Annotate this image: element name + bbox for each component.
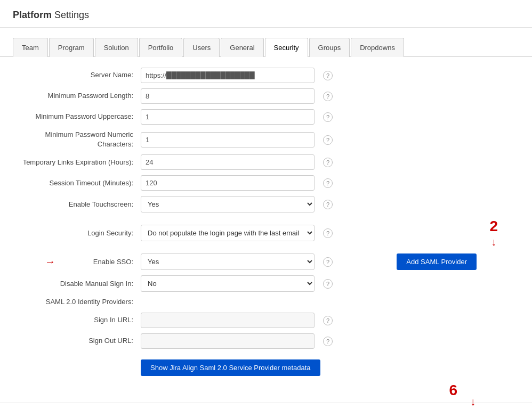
main-content: Server Name: ? Minimum Password Length: … bbox=[0, 57, 532, 397]
disable-manual-signin-help[interactable]: ? bbox=[323, 279, 333, 289]
enable-sso-select[interactable]: Yes No bbox=[141, 253, 315, 270]
tab-solution[interactable]: Solution bbox=[95, 38, 138, 57]
min-password-uppercase-input[interactable] bbox=[141, 109, 315, 125]
server-name-label: Server Name: bbox=[13, 70, 141, 80]
min-password-length-input[interactable] bbox=[141, 88, 315, 104]
tab-team[interactable]: Team bbox=[13, 38, 48, 57]
tab-program[interactable]: Program bbox=[49, 38, 94, 57]
arrow-down-2: ↓ bbox=[489, 236, 498, 248]
min-password-numeric-input-wrap bbox=[141, 132, 315, 148]
annotation-6: 6 bbox=[449, 382, 457, 399]
server-name-help[interactable]: ? bbox=[323, 70, 333, 80]
login-security-label: Login Security: bbox=[13, 228, 141, 238]
min-password-length-row: Minimum Password Length: ? bbox=[13, 88, 519, 104]
temp-links-help[interactable]: ? bbox=[323, 157, 333, 167]
temp-links-input-wrap bbox=[141, 154, 315, 170]
disable-manual-signin-row: Disable Manual Sign In: No Yes ? bbox=[13, 275, 519, 292]
arrow-5: → bbox=[45, 256, 55, 268]
enable-touchscreen-row: Enable Touchscreen: Yes No ? bbox=[13, 196, 519, 212]
min-password-uppercase-row: Minimum Password Uppercase: ? bbox=[13, 109, 519, 125]
min-password-length-input-wrap bbox=[141, 88, 315, 104]
min-password-numeric-input[interactable] bbox=[141, 132, 315, 148]
show-jira-button[interactable]: Show Jira Align Saml 2.0 Service Provide… bbox=[141, 359, 320, 376]
session-timeout-input[interactable] bbox=[141, 175, 315, 191]
server-name-row: Server Name: ? bbox=[13, 68, 519, 83]
login-security-help[interactable]: ? bbox=[323, 228, 333, 238]
session-timeout-input-wrap bbox=[141, 175, 315, 191]
temp-links-input[interactable] bbox=[141, 154, 315, 170]
tab-security[interactable]: Security bbox=[265, 38, 308, 57]
enable-sso-select-wrap: Yes No bbox=[141, 253, 315, 270]
enable-sso-help[interactable]: ? bbox=[323, 257, 333, 267]
min-password-length-label: Minimum Password Length: bbox=[13, 91, 141, 101]
tab-portfolio[interactable]: Portfolio bbox=[139, 38, 183, 57]
tab-general[interactable]: General bbox=[221, 38, 263, 57]
enable-touchscreen-help[interactable]: ? bbox=[323, 199, 333, 209]
tab-dropdowns[interactable]: Dropdowns bbox=[351, 38, 404, 57]
enable-touchscreen-select-wrap: Yes No bbox=[141, 196, 315, 212]
sign-out-url-label: Sign Out URL: bbox=[13, 336, 141, 346]
sign-in-url-input[interactable] bbox=[141, 313, 315, 328]
sign-in-url-input-wrap bbox=[141, 313, 315, 328]
sign-in-url-label: Sign In URL: bbox=[13, 315, 141, 325]
arrow-6: ↓ bbox=[470, 396, 475, 408]
tabs-bar: Team Program Solution Portfolio Users Ge… bbox=[0, 37, 532, 57]
temp-links-row: Temporary Links Expiration (Hours): ? bbox=[13, 154, 519, 170]
tab-groups[interactable]: Groups bbox=[309, 38, 350, 57]
sign-out-url-input-wrap bbox=[141, 333, 315, 349]
login-security-select[interactable]: Do not populate the login page with the … bbox=[141, 225, 315, 241]
sign-out-url-row: Sign Out URL: ? bbox=[13, 333, 519, 349]
session-timeout-row: Session Timeout (Minutes): ? bbox=[13, 175, 519, 191]
add-saml-button[interactable]: Add SAML Provider bbox=[397, 253, 477, 270]
server-name-input-wrap bbox=[141, 68, 315, 83]
sign-out-url-help[interactable]: ? bbox=[323, 336, 333, 346]
min-password-uppercase-help[interactable]: ? bbox=[323, 112, 333, 122]
footer-bar: 6 ↓ Portfolio Specific Configuration Sav… bbox=[0, 403, 532, 409]
disable-manual-signin-select[interactable]: No Yes bbox=[141, 275, 315, 292]
sign-in-url-help[interactable]: ? bbox=[323, 315, 333, 325]
session-timeout-label: Session Timeout (Minutes): bbox=[13, 178, 141, 188]
sign-out-url-input[interactable] bbox=[141, 333, 315, 349]
login-security-row: 5 Login Security: Do not populate the lo… bbox=[13, 218, 519, 248]
min-password-numeric-help[interactable]: ? bbox=[323, 135, 333, 145]
server-name-input[interactable] bbox=[141, 68, 315, 83]
page-title: Platform Settings bbox=[13, 10, 519, 21]
enable-touchscreen-select[interactable]: Yes No bbox=[141, 196, 315, 212]
enable-touchscreen-label: Enable Touchscreen: bbox=[13, 200, 141, 209]
min-password-uppercase-label: Minimum Password Uppercase: bbox=[13, 112, 141, 121]
min-password-numeric-row: Minimum Password Numeric Characters: ? bbox=[13, 130, 519, 149]
saml-providers-label: SAML 2.0 Identity Providers: bbox=[13, 297, 141, 307]
temp-links-label: Temporary Links Expiration (Hours): bbox=[13, 158, 141, 167]
enable-sso-row: → Enable SSO: Yes No ? Add SAML Provider bbox=[13, 253, 519, 270]
sign-in-url-row: Sign In URL: ? bbox=[13, 313, 519, 328]
login-security-select-wrap: Do not populate the login page with the … bbox=[141, 225, 315, 241]
min-password-numeric-label: Minimum Password Numeric Characters: bbox=[13, 130, 141, 149]
min-password-length-help[interactable]: ? bbox=[323, 91, 333, 101]
session-timeout-help[interactable]: ? bbox=[323, 178, 333, 188]
disable-manual-signin-label: Disable Manual Sign In: bbox=[13, 279, 141, 289]
min-password-uppercase-input-wrap bbox=[141, 109, 315, 125]
enable-sso-label: Enable SSO: bbox=[13, 257, 141, 267]
tab-users[interactable]: Users bbox=[183, 38, 220, 57]
saml-providers-row: SAML 2.0 Identity Providers: bbox=[13, 297, 519, 307]
disable-manual-signin-select-wrap: No Yes bbox=[141, 275, 315, 292]
show-jira-wrap: Show Jira Align Saml 2.0 Service Provide… bbox=[141, 354, 519, 381]
annotation-2: 2 bbox=[489, 218, 498, 235]
